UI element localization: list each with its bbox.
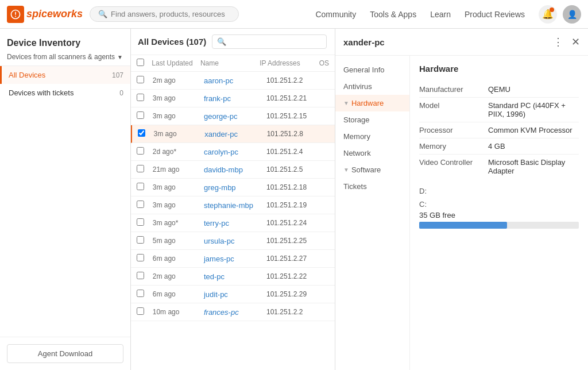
submenu-item-hardware[interactable]: ▼Hardware — [335, 95, 409, 111]
row-checkbox[interactable] — [137, 147, 153, 156]
sidebar-item-all-devices[interactable]: All Devices 107 — [0, 66, 130, 84]
device-detail-panel: xander-pc ⋮ ✕ General InfoAntivirus▼Hard… — [335, 29, 588, 370]
submenu-item-label: General Info — [343, 65, 385, 74]
row-name[interactable]: davidb-mbp — [204, 165, 266, 174]
row-checkbox[interactable] — [137, 165, 153, 174]
row-name[interactable]: ted-pc — [204, 272, 266, 281]
row-ip: 101.251.2.18 — [266, 183, 329, 191]
table-row[interactable]: 3m ago george-pc 101.251.2.15 Windows 7 … — [131, 107, 335, 125]
hw-label: Manufacturer — [419, 82, 488, 98]
row-ip: 101.251.2.29 — [266, 290, 329, 298]
global-search[interactable]: 🔍 — [90, 6, 239, 22]
table-row[interactable]: 3m ago xander-pc 101.251.2.8 Windows 7 P… — [131, 125, 335, 143]
submenu-item-memory[interactable]: Memory — [335, 128, 409, 145]
row-ip: 101.251.2.22 — [266, 272, 329, 280]
table-row[interactable]: 6m ago james-pc 101.251.2.27 Windows 7 P… — [131, 250, 335, 268]
row-name[interactable]: carolyn-pc — [204, 148, 266, 156]
row-checkbox[interactable] — [137, 254, 153, 263]
sidebar-item-label: All Devices — [9, 71, 45, 79]
nav-tools-apps[interactable]: Tools & Apps — [370, 10, 416, 19]
row-checkbox[interactable] — [137, 111, 153, 121]
top-nav: spiceworks 🔍 Community Tools & Apps Lear… — [0, 0, 588, 29]
search-input[interactable] — [111, 10, 230, 18]
table-search-input[interactable] — [229, 37, 322, 46]
sidebar-title: Device Inventory — [7, 38, 123, 48]
row-ip: 101.251.2.25 — [266, 237, 329, 245]
logo: spiceworks — [7, 6, 83, 23]
row-ip: 101.251.2.2 — [266, 76, 329, 84]
row-name[interactable]: george-pc — [204, 112, 266, 121]
row-checkbox[interactable] — [137, 290, 153, 299]
submenu-item-label: Memory — [343, 132, 370, 141]
submenu-item-network[interactable]: Network — [335, 145, 409, 161]
sidebar-items: All Devices 107 Devices with tickets 0 — [0, 66, 130, 337]
disk-bar-background — [419, 222, 579, 229]
table-row[interactable]: 2m ago ted-pc 101.251.2.22 Windows 7 Pr — [131, 268, 335, 286]
agent-download-button[interactable]: Agent Download — [7, 344, 123, 363]
row-checkbox[interactable] — [137, 218, 153, 228]
sidebar-header: Device Inventory Devices from all scanne… — [0, 29, 130, 66]
row-checkbox[interactable] — [137, 272, 153, 281]
row-checkbox[interactable] — [138, 129, 154, 138]
row-name[interactable]: frank-pc — [204, 94, 266, 103]
device-panel-body: General InfoAntivirus▼HardwareStorageMem… — [335, 56, 588, 370]
row-name[interactable]: greg-mbp — [204, 183, 266, 192]
row-name[interactable]: ursula-pc — [204, 237, 266, 245]
table-row[interactable]: 2d ago* carolyn-pc 101.251.2.4 Windows 7… — [131, 143, 335, 161]
sidebar-item-count: 0 — [119, 89, 123, 97]
table-search[interactable]: 🔍 — [212, 34, 327, 49]
nav-product-reviews[interactable]: Product Reviews — [465, 10, 525, 19]
row-updated: 3m ago — [153, 94, 204, 102]
submenu-item-software[interactable]: ▼Software — [335, 161, 409, 178]
notification-badge — [550, 7, 554, 12]
row-checkbox[interactable] — [137, 183, 153, 192]
row-name[interactable]: xander-pc — [204, 130, 266, 138]
row-name[interactable]: terry-pc — [204, 219, 266, 228]
row-updated: 3m ago — [154, 130, 205, 138]
table-row[interactable]: 10m ago frances-pc 101.251.2.2 Windows 7… — [131, 303, 335, 321]
select-all-checkbox[interactable] — [137, 59, 152, 68]
sidebar-filter-dropdown[interactable]: Devices from all scanners & agents ▼ — [7, 53, 123, 61]
submenu-item-label: Software — [351, 165, 381, 174]
row-name[interactable]: james-pc — [204, 255, 266, 263]
notifications-bell[interactable]: 🔔 — [539, 5, 557, 24]
table-row[interactable]: 21m ago davidb-mbp 101.251.2.5 OSX El Ca… — [131, 161, 335, 179]
row-checkbox[interactable] — [137, 201, 153, 210]
row-ip: 101.251.2.19 — [266, 201, 329, 209]
device-panel-menu-icon[interactable]: ⋮ — [550, 34, 567, 49]
table-row[interactable]: 5m ago ursula-pc 101.251.2.25 Windows 7 … — [131, 232, 335, 250]
table-row[interactable]: 6m ago judit-pc 101.251.2.29 Windows 7 P… — [131, 286, 335, 303]
submenu-item-tickets[interactable]: Tickets — [335, 178, 409, 195]
table-row[interactable]: 3m ago* terry-pc 101.251.2.24 Windows 7 … — [131, 214, 335, 232]
row-checkbox[interactable] — [137, 307, 153, 317]
col-header-os: OS — [319, 59, 329, 67]
submenu-item-general-info[interactable]: General Info — [335, 61, 409, 78]
hw-value: Standard PC (i440FX + PIIX, 1996) — [488, 98, 579, 122]
submenu-item-storage[interactable]: Storage — [335, 111, 409, 128]
submenu-item-antivirus[interactable]: Antivirus — [335, 78, 409, 95]
row-name[interactable]: frances-pc — [204, 308, 266, 317]
row-ip: 101.251.2.27 — [266, 255, 329, 263]
row-checkbox[interactable] — [137, 236, 153, 245]
table-row[interactable]: 3m ago stephanie-mbp 101.251.2.19 OSX El… — [131, 196, 335, 214]
table-row[interactable]: 3m ago greg-mbp 101.251.2.18 OSX Yosemit… — [131, 179, 335, 196]
row-name[interactable]: aaron-pc — [204, 76, 266, 85]
row-checkbox[interactable] — [137, 76, 153, 85]
row-checkbox[interactable] — [137, 94, 153, 103]
user-avatar[interactable]: 👤 — [563, 5, 581, 24]
submenu-item-label: Tickets — [343, 182, 367, 191]
row-name[interactable]: judit-pc — [204, 290, 266, 299]
row-name[interactable]: stephanie-mbp — [204, 201, 266, 210]
nav-learn[interactable]: Learn — [430, 10, 451, 19]
row-updated: 3m ago — [153, 112, 204, 120]
table-columns-header: Last Updated Name IP Addresses OS — [131, 55, 335, 72]
table-row[interactable]: 2m ago aaron-pc 101.251.2.2 Windows 8 Pr — [131, 72, 335, 90]
device-panel-close-button[interactable]: ✕ — [571, 36, 580, 48]
nav-community[interactable]: Community — [315, 10, 356, 19]
row-updated: 5m ago — [153, 237, 204, 245]
hw-value: Microsoft Basic Display Adapter — [488, 155, 579, 179]
row-updated: 2m ago — [153, 272, 204, 280]
table-row[interactable]: 3m ago frank-pc 101.251.2.21 Windows 7 P… — [131, 90, 335, 107]
row-updated: 2m ago — [153, 76, 204, 84]
sidebar-item-devices-with-tickets[interactable]: Devices with tickets 0 — [0, 84, 130, 102]
